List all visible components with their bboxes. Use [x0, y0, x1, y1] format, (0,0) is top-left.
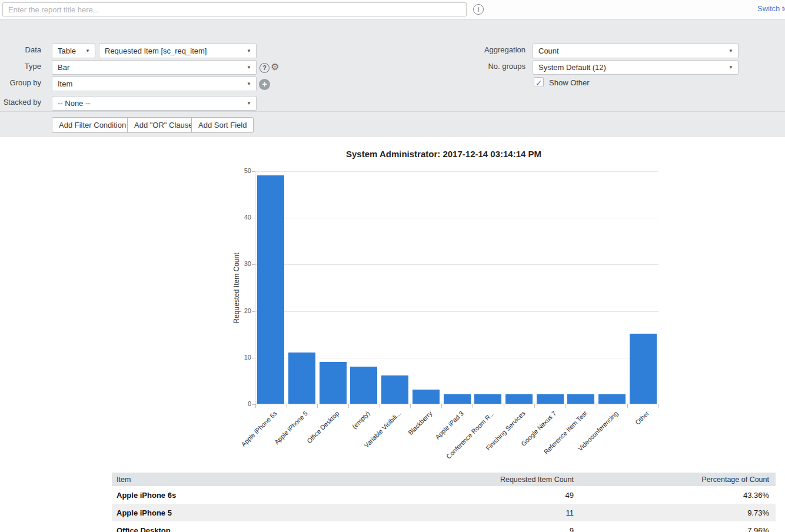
table-row: Apple iPhone 5 11 9.73% [112, 504, 776, 521]
bar-Variable Visibili...[interactable] [381, 375, 408, 404]
cell-percentage: 9.73% [580, 504, 776, 521]
add-filter-condition-button[interactable]: Add Filter Condition [52, 117, 133, 133]
x-axis-tick [255, 404, 256, 408]
cell-percentage: 7.96% [580, 521, 776, 532]
bar-Apple iPhone 5[interactable] [288, 353, 315, 404]
bar-Office Desktop[interactable] [320, 362, 347, 404]
cell-item[interactable]: Apple iPhone 5 [112, 504, 433, 521]
category-label: Apple iPad 3 [434, 410, 465, 441]
category-label: Apple iPhone 5 [273, 410, 309, 445]
cell-count: 11 [433, 504, 580, 521]
bar-Videoconferencing[interactable] [598, 394, 626, 404]
cell-count: 9 [433, 521, 580, 532]
stacked-by-label: Stacked by [0, 98, 41, 107]
column-header-item[interactable]: Item [112, 473, 433, 486]
column-header-count[interactable]: Requested Item Count [433, 473, 580, 486]
chart-type-select[interactable]: Bar ▼ [52, 60, 257, 75]
group-by-label: Group by [0, 78, 41, 87]
y-tick-label: 40 [232, 214, 251, 221]
x-axis-tick [287, 404, 287, 408]
aggregation-label: Aggregation [467, 45, 525, 54]
chevron-down-icon: ▼ [729, 44, 733, 58]
category-label: Other [634, 410, 651, 426]
help-icon[interactable]: ? [260, 63, 270, 73]
check-icon: ✓ [535, 78, 543, 88]
gear-icon[interactable]: ⚙ [271, 61, 279, 73]
x-axis-tick [410, 404, 411, 408]
y-tick-label: 10 [232, 354, 251, 361]
gridline [255, 218, 658, 218]
info-icon[interactable]: i [473, 4, 484, 15]
table-header-row: Item Requested Item Count Percentage of … [112, 473, 776, 486]
category-label: (empty) [351, 410, 371, 430]
data-source-select[interactable]: Requested Item [sc_req_item] ▼ [99, 44, 257, 58]
y-axis-tick [252, 358, 255, 358]
y-tick-label: 20 [232, 307, 251, 314]
bar-(empty)[interactable] [350, 367, 377, 404]
stacked-by-select-value: -- None -- [58, 99, 91, 108]
bar-Reference Item Test[interactable] [567, 394, 594, 404]
bar-Google Nexus 7[interactable] [537, 394, 564, 404]
no-groups-select[interactable]: System Default (12) ▼ [533, 60, 739, 75]
chart-type-select-value: Bar [58, 63, 69, 72]
y-axis-tick [252, 264, 255, 265]
gridline [255, 171, 658, 172]
y-tick-label: 30 [232, 260, 251, 267]
y-axis-tick [252, 218, 255, 218]
x-axis-tick [566, 404, 566, 408]
show-other-label: Show Other [549, 78, 590, 87]
bar-Blackberry[interactable] [413, 390, 440, 404]
gridline [255, 264, 658, 265]
cell-item[interactable]: Office Desktop [112, 521, 433, 532]
x-axis-tick [317, 404, 318, 408]
x-axis-tick [597, 404, 597, 408]
bar-Finishing Services[interactable] [505, 394, 533, 404]
y-axis-tick [252, 311, 255, 312]
switch-to-link[interactable]: Switch to [757, 4, 785, 13]
x-axis-tick [348, 404, 349, 408]
report-data-table: Item Requested Item Count Percentage of … [112, 473, 776, 532]
cell-item[interactable]: Apple iPhone 6s [112, 486, 433, 504]
x-axis-tick [504, 404, 504, 408]
add-sort-field-button[interactable]: Add Sort Field [191, 117, 254, 133]
column-header-percentage[interactable]: Percentage of Count [580, 473, 776, 486]
cell-percentage: 43.36% [580, 486, 776, 504]
show-other-checkbox[interactable]: ✓ [534, 77, 544, 87]
bar-Conference Room R...[interactable] [474, 394, 501, 404]
chevron-down-icon: ▼ [247, 77, 251, 91]
chevron-down-icon: ▼ [729, 61, 733, 75]
group-by-select-value: Item [58, 79, 72, 88]
gridline [255, 311, 658, 312]
bar-chart: System Administrator: 2017-12-14 03:14:1… [0, 137, 785, 473]
type-label: Type [0, 62, 41, 71]
actions-bar: Add Filter Condition Add "OR" Clause Add… [0, 111, 785, 137]
aggregation-select[interactable]: Count ▼ [533, 44, 739, 58]
chevron-down-icon: ▼ [85, 44, 90, 58]
group-by-select[interactable]: Item ▼ [52, 77, 257, 91]
x-axis-tick [380, 404, 380, 408]
data-type-select-value: Table [58, 46, 76, 55]
no-groups-label: No. groups [467, 62, 525, 71]
add-group-icon[interactable]: + [259, 79, 270, 90]
category-label: Blackberry [407, 410, 433, 436]
report-builder-screen: i Switch to Data Table ▼ Requested Item … [0, 0, 785, 532]
stacked-by-select[interactable]: -- None -- ▼ [52, 96, 257, 111]
cell-count: 49 [433, 486, 580, 504]
bar-Apple iPad 3[interactable] [444, 394, 471, 404]
x-axis-tick [441, 404, 442, 408]
report-config-panel: Data Table ▼ Requested Item [sc_req_item… [0, 19, 785, 111]
add-or-clause-button[interactable]: Add "OR" Clause [127, 117, 200, 133]
no-groups-select-value: System Default (12) [538, 63, 606, 72]
bar-Apple iPhone 6s[interactable] [257, 175, 284, 404]
chart-plot-area: Apple iPhone 6sApple iPhone 5Office Desk… [255, 171, 658, 404]
report-title-input[interactable] [2, 2, 467, 16]
category-label: Apple iPhone 6s [240, 410, 278, 448]
y-axis-title: Requested Item Count [232, 172, 241, 405]
y-tick-label: 0 [232, 400, 251, 407]
chevron-down-icon: ▼ [247, 61, 251, 75]
data-type-select[interactable]: Table ▼ [52, 44, 95, 58]
x-axis-tick [627, 404, 628, 408]
data-source-select-value: Requested Item [sc_req_item] [105, 46, 207, 55]
bar-Other[interactable] [630, 334, 657, 404]
gridline [255, 358, 658, 358]
